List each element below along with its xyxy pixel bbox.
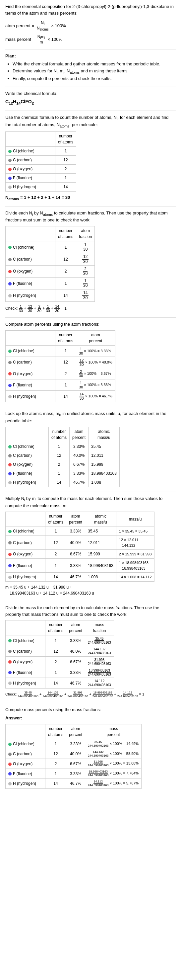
am-h-mm: 1.008 [85,573,116,582]
n-cl-ap: 1 [56,345,76,356]
atom-percent-section: Compute atom percents using the atom fra… [5,321,176,402]
plan-step-1: Write the chemical formula and gather at… [13,61,176,68]
table-row: H (hydrogen) 14 1430 [6,290,95,301]
table-row: F (fluorine) 1 3.33% 18.998403163244.690… [6,667,114,678]
n-f-mf: 1 [45,667,66,678]
el-f-mf: F (fluorine) [6,667,45,678]
col-el-am [6,427,49,442]
count-h-1: 14 [56,182,76,191]
mass-cl-mm: 1 × 35.45 = 35.45 [116,527,154,536]
pct-h: 1430 × 100% = 46.7% [76,391,115,402]
plan-title: Plan: [5,53,176,59]
col-el-mm [6,512,45,527]
mass-h-mm: 14 × 1.008 = 14.112 [116,573,154,582]
count-cl-1: 1 [56,146,76,155]
el-h-mf: H (hydrogen) [6,678,45,689]
dot-h-mp [8,782,12,786]
col-pct-mf: atompercent [66,620,85,635]
n-cl-mp: 1 [45,739,66,749]
dot-o-f [8,270,12,273]
n-f-am: 1 [49,469,70,478]
el-c-mf: C (carbon) [6,646,45,657]
am-o-mm: 15.999 [85,550,116,559]
atom-count-label: Use the chemical formula to count the nu… [5,114,176,129]
table-row: O (oxygen) 2 6.67% 31.998244.690403163 ×… [6,759,141,769]
col-num-f: numberof atoms [56,226,76,241]
dot-f-mm [8,564,12,567]
dot-c-f [8,258,12,261]
mpct-f: 18.998403163244.690403163 × 100% = 7.764… [85,769,141,779]
table-row: C (carbon) 12 1230 [6,253,95,265]
atom-count-table: numberof atoms Cl (chlorine) 1 C (carbon… [5,132,76,192]
dot-cl-f [8,246,12,249]
table-row: O (oxygen) 2 6.67% 31.998244.690403163 [6,657,114,667]
element-cl-1: Cl (chlorine) [6,146,56,155]
dot-f-f [8,282,12,285]
el-o-mm: O (oxygen) [6,550,45,559]
el-c-mp: C (carbon) [6,749,45,759]
col-el-mf [6,620,45,635]
atomic-mass-label: Look up the atomic mass, mi, in unified … [5,410,176,424]
dot-h-mm [8,576,12,579]
formula-section: Write the chemical formula: C12H14ClFO2 [5,90,176,106]
frac-o: 230 [76,265,95,277]
pct-o: 230 × 100% = 6.67% [76,368,115,379]
pct-o-mm: 6.67% [66,550,85,559]
table-row: Cl (chlorine) 1 3.33% 35.45 1 × 35.45 = … [6,527,154,536]
frac-o-mf: 31.998244.690403163 [85,657,114,667]
frac-cl-mf: 35.45244.690403163 [85,635,114,646]
table-row: O (oxygen) 2 6.67% 15.999 [6,460,120,469]
table-row: C (carbon) 12 1230 × 100% = 40.0% [6,356,115,368]
n-h-f: 14 [56,290,76,301]
col-pct-ap: atompercent [76,330,115,345]
dot-c-mp [8,752,12,756]
mol-mass-label: Multiply Ni by mi to compute the mass fo… [5,495,176,509]
el-h-mm: H (hydrogen) [6,573,45,582]
plan-section: Plan: Write the chemical formula and gat… [5,53,176,82]
el-f-mm: F (fluorine) [6,559,45,573]
count-c-1: 12 [56,155,76,164]
dot-f-ap [8,384,12,387]
n-f-f: 1 [56,278,76,290]
pct-cl-am: 3.33% [70,442,89,451]
dot-f-1 [8,177,12,180]
dot-o-1 [8,168,12,171]
mass-fraction-table: numberof atoms atompercent massfraction … [5,620,114,689]
dot-o-ap [8,372,12,375]
mass-o: 15.999 [89,460,120,469]
dot-cl-am [8,445,12,449]
table-row: C (carbon) 12 40.0% 144.132244.690403163… [6,749,141,759]
am-f-mm: 18.998403163 [85,559,116,573]
mass-percent-answer-table: numberof atoms atompercent masspercent C… [5,724,141,789]
col-mass-mm: mass/u [116,512,154,527]
el-cl-ap: Cl (chlorine) [6,345,56,356]
pct-cl-mm: 3.33% [66,527,85,536]
el-cl-am: Cl (chlorine) [6,442,49,451]
n-o-ap: 2 [56,368,76,379]
el-f-mp: F (fluorine) [6,769,45,779]
page-header: Find the elemental composition for 2-(3-… [5,3,176,16]
pct-cl-mf: 3.33% [66,635,85,646]
molecular-mass-section: Multiply Ni by mi to compute the mass fo… [5,495,176,596]
apct-h-mp: 46.7% [66,779,85,789]
count-f-1: 1 [56,173,76,182]
atom-percent-table: numberof atoms atompercent Cl (chlorine)… [5,330,115,402]
table-row: Cl (chlorine) 1 3.33% 35.45244.690403163 [6,635,114,646]
frac-check: Check: 130 + 1230 + 230 + 130 + 1430 = 1 [5,304,176,313]
table-row: H (hydrogen) 14 46.7% 1.008 14 × 1.008 =… [6,573,154,582]
el-c-mm: C (carbon) [6,536,45,550]
formula-label: Write the chemical formula: [5,90,176,97]
n-f-ap: 1 [56,379,76,391]
n-f-mm: 1 [45,559,66,573]
mpct-cl: 35.45244.690402163 × 100% = 14.49% [85,739,141,749]
col-num-mm: numberof atoms [45,512,66,527]
plan-list: Write the chemical formula and gather at… [8,61,176,82]
element-c-1: C (carbon) [6,155,56,164]
frac-c: 1230 [76,253,95,265]
col-amass-mm: atomicmass/u [85,512,116,527]
n-h-mm: 14 [45,573,66,582]
element-o-1: O (oxygen) [6,164,56,173]
n-cl-mf: 1 [45,635,66,646]
dot-c-ap [8,361,12,364]
mass-f-mm: 1 × 18.998403163= 18.998403163 [116,559,154,573]
